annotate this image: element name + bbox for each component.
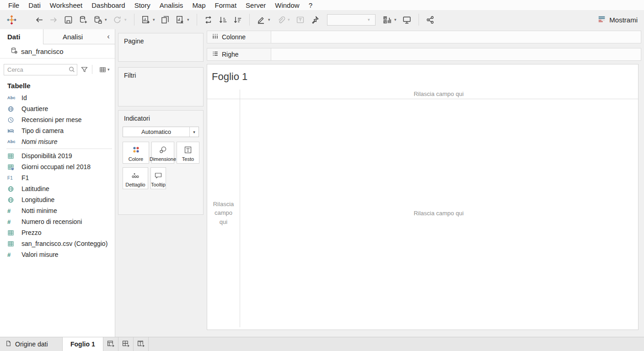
field-item[interactable]: Abc Nomi misure <box>0 136 115 147</box>
tab-dati[interactable]: Dati <box>0 29 43 44</box>
show-me-label: Mostrami <box>609 16 638 24</box>
menu-item[interactable]: Dashboard <box>87 1 129 9</box>
tooltip-icon <box>153 170 163 182</box>
pane-tabs: Dati Analisi ‹ <box>0 29 115 44</box>
highlight-button[interactable] <box>254 13 268 27</box>
show-me-button[interactable]: Mostrami <box>598 15 638 25</box>
chevron-down-icon[interactable]: ▾ <box>394 17 399 22</box>
group-members-button <box>274 13 287 27</box>
field-item[interactable]: # Notti minime <box>0 205 115 216</box>
show-hide-cards-button[interactable] <box>380 13 394 27</box>
mark-button[interactable]: Dimensione <box>151 142 174 164</box>
collapse-pane-button[interactable]: ‹ <box>102 29 115 44</box>
menu-item[interactable]: Format <box>210 1 242 9</box>
drop-zone-rows[interactable]: Rilascia campo qui <box>207 99 240 327</box>
duplicate-sheet-button[interactable] <box>158 13 172 27</box>
chevron-down-icon[interactable]: ▾ <box>153 17 157 22</box>
field-item[interactable]: Recensioni per mese <box>0 114 115 125</box>
pause-auto-updates-button[interactable] <box>91 13 104 27</box>
filter-fields-button[interactable] <box>80 65 89 74</box>
sheet-title: Foglio 1 <box>212 71 247 83</box>
sheet-tab-bar: Origine dati Foglio 1 <box>0 337 644 351</box>
new-worksheet-button[interactable] <box>139 13 152 27</box>
bed-icon <box>7 127 18 134</box>
swap-rows-columns-button[interactable] <box>201 13 215 27</box>
datasource-item[interactable]: san_francisco <box>0 44 115 58</box>
view-options-button[interactable]: ▾ <box>95 65 112 74</box>
f1-icon: F1 <box>7 174 18 181</box>
menu-item[interactable]: ? <box>304 1 317 9</box>
new-story-tab-button[interactable] <box>134 337 149 351</box>
fit-selector[interactable]: ▾ <box>327 14 376 26</box>
toolbar-separator <box>134 14 134 26</box>
menu-item[interactable]: Map <box>188 1 210 9</box>
menu-item[interactable]: Dati <box>24 1 45 9</box>
chevron-down-icon[interactable]: ▾ <box>268 17 273 22</box>
columns-shelf[interactable] <box>271 31 641 43</box>
field-item[interactable]: Prezzo <box>0 227 115 238</box>
show-me-icon <box>598 15 606 25</box>
tab-analisi[interactable]: Analisi <box>43 29 102 44</box>
drop-zone-columns[interactable]: Rilascia campo qui <box>240 90 637 98</box>
save-button[interactable] <box>61 13 75 27</box>
drop-zone-main[interactable]: Rilascia campo qui <box>240 99 637 327</box>
hash-icon: # <box>7 251 18 258</box>
menu-item[interactable]: Worksheet <box>45 1 87 9</box>
field-item[interactable]: Longitudine <box>0 194 115 205</box>
field-item[interactable]: Abc Id <box>0 92 115 103</box>
mark-button-label: Dettaglio <box>125 182 145 187</box>
field-item[interactable]: F1 F1 <box>0 172 115 183</box>
mark-button-label: Tooltip <box>151 182 166 187</box>
field-item[interactable]: san_francisco.csv (Conteggio) <box>0 238 115 249</box>
field-item[interactable]: Quartiere <box>0 103 115 114</box>
undo-button[interactable] <box>32 13 46 27</box>
data-pane: Dati Analisi ‹ san_francisco ▾ Tabelle A… <box>0 29 115 337</box>
menu-item[interactable]: Story <box>130 1 155 9</box>
menu-item[interactable]: Server <box>241 1 270 9</box>
chevron-down-icon: ▾ <box>189 127 199 137</box>
clear-sheet-button[interactable] <box>173 13 187 27</box>
share-button[interactable] <box>423 13 437 27</box>
filters-shelf[interactable]: Filtri <box>118 67 204 106</box>
sheet-tab[interactable]: Foglio 1 <box>63 337 103 351</box>
globe-blue-icon <box>7 105 18 112</box>
menu-item[interactable]: File <box>4 1 24 9</box>
data-source-tab[interactable]: Origine dati <box>0 337 63 351</box>
field-label: Giorni occupati nel 2018 <box>21 163 91 170</box>
mark-button[interactable]: Colore <box>123 142 149 164</box>
field-item[interactable]: Latitudine <box>0 183 115 194</box>
sort-descending-button[interactable] <box>231 13 244 27</box>
mark-type-select[interactable]: Automatico ▾ <box>123 127 199 137</box>
field-item[interactable]: # Numero di recensioni <box>0 216 115 227</box>
mark-button[interactable]: Tooltip <box>150 167 166 189</box>
field-item[interactable]: # Valori misure <box>0 249 115 260</box>
columns-shelf-label: Colonne <box>207 31 271 43</box>
field-item[interactable]: Giorni occupati nel 2018 <box>0 161 115 172</box>
new-dashboard-tab-button[interactable] <box>118 337 134 351</box>
mark-type-value: Automatico <box>123 128 189 135</box>
menu-item[interactable]: Window <box>270 1 304 9</box>
pages-shelf[interactable]: Pagine <box>118 33 204 62</box>
chevron-left-icon: ‹ <box>107 32 110 41</box>
sort-ascending-button[interactable] <box>216 13 230 27</box>
menu-item[interactable]: Analisis <box>155 1 188 9</box>
chevron-down-icon[interactable]: ▾ <box>105 17 109 22</box>
chevron-down-icon[interactable]: ▾ <box>187 17 192 22</box>
tableau-logo[interactable] <box>5 13 18 27</box>
chevron-down-icon: ▾ <box>124 17 129 22</box>
field-item[interactable]: Disponibilità 2019 <box>0 150 115 161</box>
mark-button[interactable]: Dettaglio <box>123 167 148 189</box>
datasource-name: san_francisco <box>21 48 64 55</box>
mark-button[interactable]: Testo <box>177 142 199 164</box>
search-input[interactable] <box>4 64 77 75</box>
workspace: Pagine Filtri Indicatori Automatico ▾ Co… <box>115 29 644 337</box>
new-datasource-button[interactable] <box>76 13 90 27</box>
rows-shelf[interactable] <box>271 48 641 61</box>
mark-button-label: Testo <box>182 156 194 162</box>
globe-green-icon <box>7 185 18 192</box>
presentation-mode-button[interactable] <box>400 13 413 27</box>
field-label: Valori misure <box>21 251 59 258</box>
new-worksheet-tab-button[interactable] <box>103 337 118 351</box>
fix-axes-button[interactable] <box>308 13 322 27</box>
field-item[interactable]: Tipo di camera <box>0 125 115 136</box>
